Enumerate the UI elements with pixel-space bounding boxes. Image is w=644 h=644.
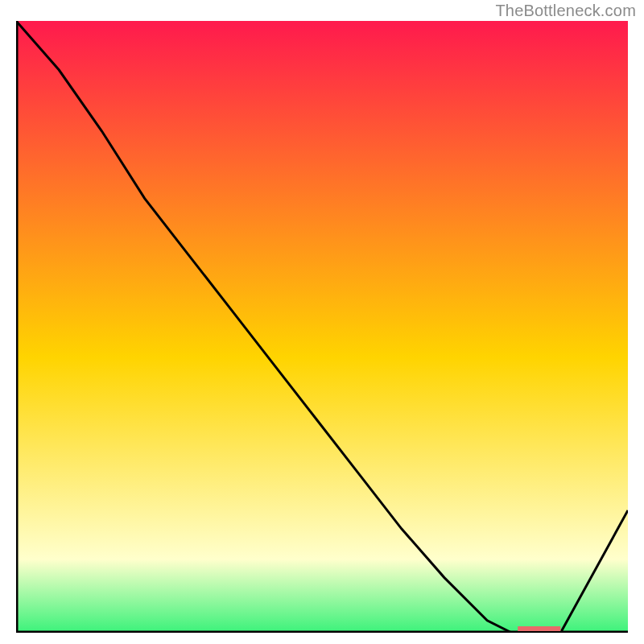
chart-container: TheBottleneck.com: [0, 0, 644, 644]
attribution-text: TheBottleneck.com: [495, 2, 636, 20]
bottleneck-chart: [16, 21, 628, 633]
marker-strip: [518, 626, 560, 631]
gradient-background: [16, 21, 628, 633]
